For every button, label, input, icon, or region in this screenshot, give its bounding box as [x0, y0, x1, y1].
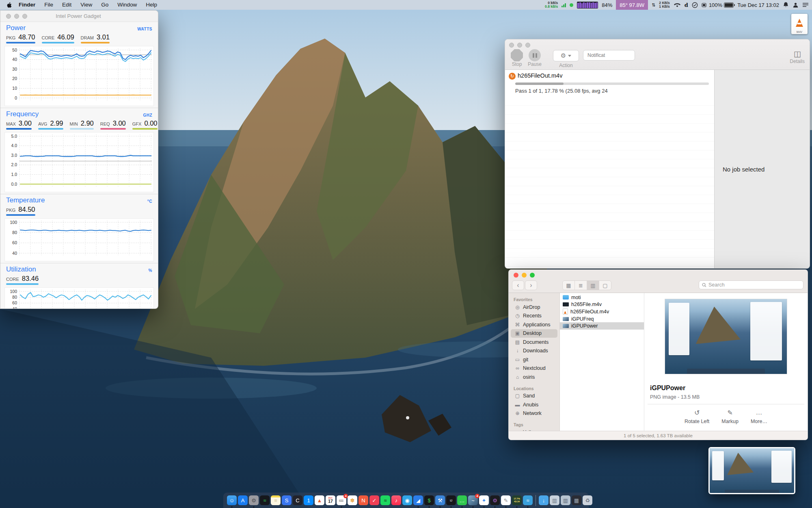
dock-textedit[interactable]: ✎ — [501, 495, 511, 505]
menu-help[interactable]: Help — [141, 0, 162, 10]
file-row-moti[interactable]: moti — [560, 294, 644, 301]
user-icon[interactable] — [793, 2, 799, 8]
dock-1password[interactable]: 1 — [304, 495, 313, 505]
sensor-menu-badge[interactable]: 85° 97.8W — [616, 0, 648, 10]
zoom-button[interactable] — [530, 273, 535, 278]
menu-go[interactable]: Go — [97, 0, 113, 10]
dock-app-store[interactable]: A — [238, 495, 248, 505]
dock-pocket[interactable]: ✓ — [369, 495, 379, 505]
dock-bird-photo[interactable]: ~4 — [468, 495, 478, 505]
dock-system-preferences[interactable]: ⚙ — [249, 495, 259, 505]
minimize-button[interactable] — [522, 273, 527, 278]
dock-intel-power-gadget[interactable]: ≈ — [523, 495, 533, 505]
file-row-igpupower[interactable]: iGPUPower — [560, 322, 644, 330]
dock-dark-window-stack[interactable]: ▦ — [572, 495, 581, 505]
dock-calendar[interactable]: DEC17 — [326, 495, 335, 505]
zoom-button[interactable] — [525, 43, 530, 48]
markup-button[interactable]: ✎Markup — [721, 408, 739, 424]
file-row-h265file.m4v[interactable]: h265File.m4v — [560, 301, 644, 308]
dock-encoder-progress[interactable]: 17.7%43:34 — [512, 495, 522, 505]
dock-notes[interactable]: ≡ — [271, 495, 281, 505]
sidebar-item-osiris[interactable]: ⌂osiris — [509, 373, 559, 382]
view-columns-button[interactable]: ▥ — [587, 281, 599, 290]
menu-view[interactable]: View — [76, 0, 97, 10]
dock-documents-stack-2[interactable]: ▥ — [561, 495, 570, 505]
wifi-icon[interactable] — [674, 2, 681, 8]
forward-button[interactable]: › — [525, 280, 537, 290]
minimize-button[interactable] — [517, 43, 522, 48]
apple-menu-icon[interactable] — [0, 2, 14, 8]
window-controls[interactable] — [509, 43, 530, 48]
dock-vscode[interactable]: ◢ — [413, 495, 423, 505]
details-button[interactable]: ◫ Details — [790, 49, 805, 64]
sidebar-item-desktop[interactable]: ▣Desktop — [511, 329, 557, 338]
dock-intellij[interactable]: IJ — [446, 495, 456, 505]
dock-activity-monitor[interactable]: ≈ — [260, 495, 270, 505]
status-dot-icon[interactable] — [570, 3, 573, 7]
menu-window[interactable]: Window — [113, 0, 141, 10]
dock-messages[interactable]: … — [457, 495, 467, 505]
sidebar-item-sand[interactable]: ▢Sand — [509, 392, 559, 401]
dock-downloads-folder[interactable]: ↓ — [539, 495, 549, 505]
dock-brave[interactable]: ▲ — [315, 495, 324, 505]
dock-c-app[interactable]: C — [293, 495, 302, 505]
notifications-button[interactable]: Notificat — [583, 50, 635, 61]
dock-reminders[interactable]: ≔4 — [337, 495, 346, 505]
sidebar-item-recents[interactable]: ◷Recents — [509, 312, 559, 321]
notification-center-icon[interactable] — [802, 2, 809, 7]
view-grid-button[interactable]: ▦ — [563, 281, 574, 290]
rotate-button[interactable]: ↺Rotate Left — [685, 408, 709, 424]
sidebar-item-anubis[interactable]: ▬Anubis — [509, 400, 559, 409]
file-row-igpufreq[interactable]: iGPUFreq — [560, 315, 644, 323]
menu-file[interactable]: File — [40, 0, 58, 10]
window-controls[interactable] — [514, 273, 535, 278]
menu-clock[interactable]: Tue Dec 17 13:02 — [737, 2, 779, 8]
back-button[interactable]: ‹ — [512, 280, 524, 290]
dock-documents-stack[interactable]: ▥ — [550, 495, 559, 505]
dock-signal[interactable]: S — [282, 495, 292, 505]
sidebar-item-downloads[interactable]: ↓Downloads — [509, 347, 559, 356]
dock-finder[interactable]: ☺ — [227, 495, 237, 505]
dock-trash[interactable]: ♻ — [583, 495, 592, 505]
sidebar-item-network[interactable]: ⊕Network — [509, 409, 559, 418]
close-button[interactable] — [509, 43, 514, 48]
battery-indicator[interactable]: 100% — [702, 2, 734, 8]
net-speed-1[interactable]: 0 kB/s 0.8 kB/s — [545, 1, 558, 9]
file-row-h265fileout.m4v[interactable]: h265FileOut.m4v — [560, 308, 644, 315]
dock-photo-booth[interactable]: ◉ — [402, 495, 412, 505]
sidebar-item-airdrop[interactable]: ◎AirDrop — [509, 303, 559, 312]
bell-icon[interactable] — [783, 2, 789, 8]
sidebar-item-applications[interactable]: ⌘Applications — [509, 320, 559, 329]
sidebar-item-git[interactable]: ▭git — [509, 355, 559, 364]
dock-news[interactable]: N — [358, 495, 368, 505]
net-bars-icon[interactable] — [561, 2, 566, 7]
check-circle-icon[interactable] — [692, 2, 698, 8]
menu-finder[interactable]: Finder — [14, 0, 40, 10]
dock-bowler-app[interactable]: ⚙ — [490, 495, 500, 505]
stop-button[interactable]: Stop — [511, 49, 523, 67]
close-button[interactable] — [514, 273, 518, 278]
encode-job-row[interactable]: ↻ h265FileOut.m4v Pass 1 of 1, 17.78 % (… — [505, 70, 714, 97]
preview-image[interactable] — [665, 299, 787, 374]
power-gadget-titlebar[interactable]: Intel Power Gadget — [0, 11, 158, 22]
screenshot-preview-thumbnail[interactable] — [708, 447, 795, 494]
updown-arrows-icon[interactable]: ⇅ — [652, 2, 655, 8]
action-button[interactable]: ⚙ Action — [553, 50, 579, 68]
dock-terminal[interactable]: $ — [424, 495, 434, 505]
sidebar-item-nextcloud[interactable]: ∞Nextcloud — [509, 364, 559, 373]
docker-menu-icon[interactable]: d — [685, 2, 688, 8]
dock-music[interactable]: ♪ — [391, 495, 401, 505]
sidebar-item-documents[interactable]: ▤Documents — [509, 338, 559, 347]
pause-button[interactable]: Pause — [528, 49, 542, 67]
cpu-percent[interactable]: 84% — [602, 2, 612, 8]
desktop-file-m4v[interactable]: M4V — [790, 14, 809, 37]
menu-edit[interactable]: Edit — [58, 0, 76, 10]
search-field[interactable]: Search — [699, 280, 803, 289]
net-speed-2[interactable]: 2 KB/s 1 KB/s — [659, 1, 669, 9]
dock-safari[interactable]: ✦ — [479, 495, 489, 505]
dock-xcode[interactable]: ⚒ — [435, 495, 445, 505]
view-gallery-button[interactable]: ▢ — [599, 281, 611, 290]
dock-spotify[interactable]: ≈ — [380, 495, 390, 505]
cpu-histogram-icon[interactable] — [577, 2, 598, 9]
dock-photos[interactable]: ✽ — [348, 495, 357, 505]
